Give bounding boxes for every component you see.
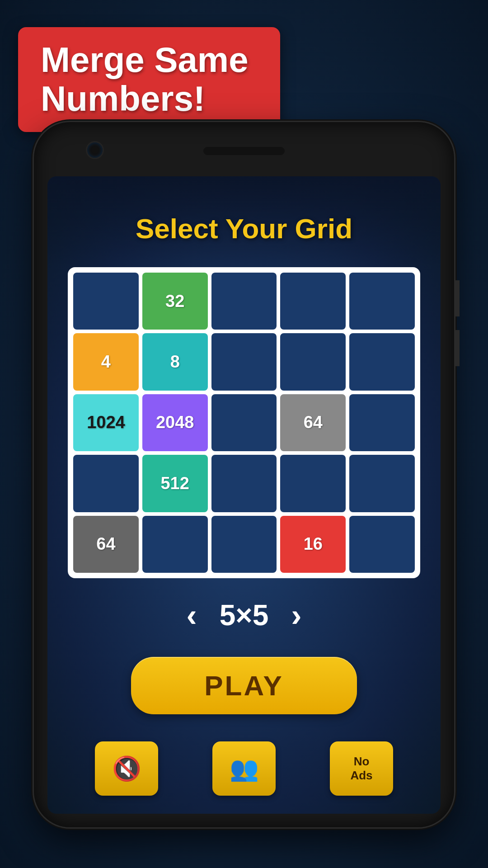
grid-cell[interactable] [280, 333, 346, 390]
grid-cell[interactable] [280, 455, 346, 512]
grid-size-next-button[interactable]: › [291, 599, 301, 631]
grid-cell[interactable]: 64 [280, 394, 346, 451]
mute-icon: 🔇 [112, 757, 141, 780]
grid-cell[interactable]: 64 [73, 516, 139, 573]
grid-cell[interactable] [211, 273, 277, 330]
phone-camera [86, 141, 104, 159]
grid-cell[interactable] [211, 455, 277, 512]
screen-content: Select Your Grid 324810242048645126416 ‹… [47, 176, 441, 814]
grid-cell[interactable]: 512 [142, 455, 208, 512]
header-banner: Merge Same Numbers! [18, 27, 280, 132]
grid-cell[interactable] [349, 516, 415, 573]
grid-cell[interactable]: 8 [142, 333, 208, 390]
friends-icon: 👥 [230, 757, 259, 780]
grid-cell[interactable]: 2048 [142, 394, 208, 451]
bottom-buttons: 🔇 👥 NoAds [95, 741, 393, 796]
grid-cell[interactable] [211, 333, 277, 390]
grid-size-prev-button[interactable]: ‹ [186, 599, 197, 631]
grid-cell[interactable] [211, 394, 277, 451]
phone-frame: Select Your Grid 324810242048645126416 ‹… [34, 122, 454, 827]
grid-cell[interactable] [280, 273, 346, 330]
grid-size-selector: ‹ 5×5 › [186, 599, 301, 632]
select-grid-title: Select Your Grid [136, 212, 352, 245]
grid-cell[interactable]: 16 [280, 516, 346, 573]
grid-cell[interactable] [211, 516, 277, 573]
phone-screen: Select Your Grid 324810242048645126416 ‹… [47, 176, 441, 814]
phone-side-button [454, 280, 460, 316]
game-grid[interactable]: 324810242048645126416 [68, 267, 420, 578]
play-button[interactable]: PLAY [131, 657, 357, 714]
grid-cell[interactable] [349, 394, 415, 451]
grid-cell[interactable] [73, 455, 139, 512]
grid-cell[interactable]: 32 [142, 273, 208, 330]
grid-cell[interactable] [349, 455, 415, 512]
grid-cell[interactable] [349, 333, 415, 390]
grid-cell[interactable]: 1024 [73, 394, 139, 451]
mute-button[interactable]: 🔇 [95, 741, 158, 796]
friends-button[interactable]: 👥 [212, 741, 276, 796]
grid-cell[interactable] [73, 273, 139, 330]
grid-cell[interactable] [142, 516, 208, 573]
grid-size-label: 5×5 [220, 599, 269, 632]
no-ads-label: NoAds [350, 755, 372, 783]
phone-speaker [203, 147, 285, 155]
no-ads-button[interactable]: NoAds [330, 741, 393, 796]
grid-cell[interactable] [349, 273, 415, 330]
phone-side-button-2 [454, 330, 460, 366]
header-title: Merge Same Numbers! [41, 41, 258, 118]
grid-cell[interactable]: 4 [73, 333, 139, 390]
